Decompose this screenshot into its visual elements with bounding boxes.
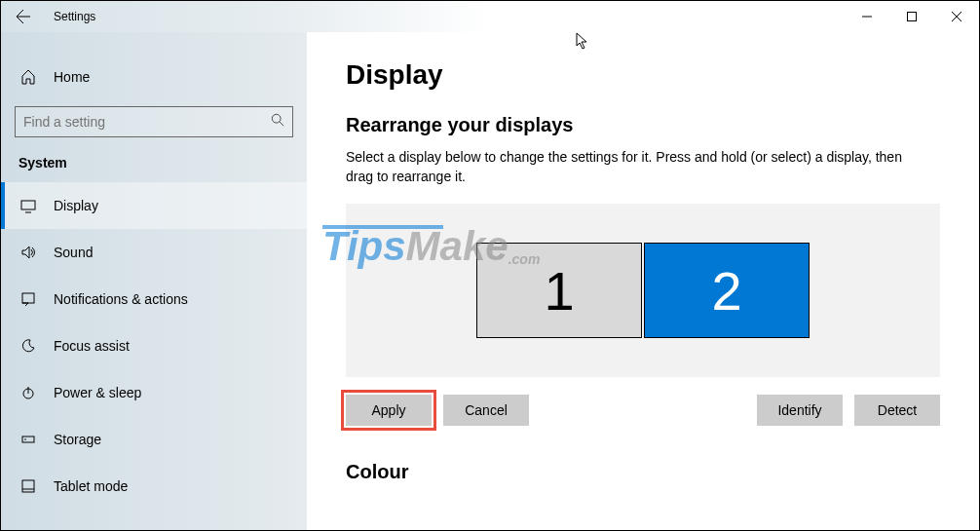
close-icon [952,12,961,21]
detect-button[interactable]: Detect [854,395,940,426]
search-icon [271,113,284,131]
display-arrangement-area[interactable]: 1 2 [346,204,940,377]
svg-rect-3 [22,293,34,303]
section-rearrange-title: Rearrange your displays [346,114,940,136]
notifications-icon [19,291,38,307]
window-title: Settings [54,10,95,23]
maximize-button[interactable] [889,1,934,32]
search-box[interactable] [15,106,293,137]
sidebar-item-storage[interactable]: Storage [1,416,307,463]
cancel-button[interactable]: Cancel [443,395,529,426]
svg-point-6 [24,438,26,440]
minimize-icon [862,12,872,21]
display-monitor-2[interactable]: 2 [644,243,810,338]
sidebar-item-label: Sound [54,245,93,260]
back-button[interactable] [1,1,46,32]
page-title: Display [346,59,940,91]
svg-rect-2 [21,201,35,209]
sidebar: Home System Display Sound [1,32,307,530]
display-icon [19,198,38,213]
sidebar-item-label: Display [54,198,98,213]
sidebar-item-label: Storage [54,432,101,447]
storage-icon [19,432,38,447]
sidebar-item-label: Focus assist [54,338,130,354]
identify-button[interactable]: Identify [757,395,843,426]
svg-rect-7 [22,480,34,492]
home-icon [19,69,38,85]
apply-button[interactable]: Apply [346,395,432,426]
main-content: Display Rearrange your displays Select a… [307,32,979,530]
sidebar-item-label: Notifications & actions [54,291,188,307]
minimize-button[interactable] [845,1,889,32]
home-link[interactable]: Home [1,56,307,98]
maximize-icon [907,12,917,21]
sidebar-item-sound[interactable]: Sound [1,229,307,276]
close-button[interactable] [934,1,979,32]
power-icon [19,385,38,400]
arrow-left-icon [16,9,31,24]
sidebar-item-label: Power & sleep [54,385,141,400]
svg-rect-5 [22,436,34,442]
display-monitor-1[interactable]: 1 [476,243,642,338]
titlebar: Settings [1,1,979,32]
sidebar-item-power-sleep[interactable]: Power & sleep [1,369,307,416]
sound-icon [19,245,38,260]
sidebar-item-focus-assist[interactable]: Focus assist [1,322,307,369]
search-input[interactable] [23,114,271,130]
home-label: Home [54,69,90,85]
sidebar-item-display[interactable]: Display [1,182,307,229]
moon-icon [19,338,38,354]
section-colour-title: Colour [346,461,940,483]
svg-rect-0 [908,13,917,21]
sidebar-item-tablet-mode[interactable]: Tablet mode [1,463,307,510]
display-buttons-row: Apply Cancel Identify Detect [346,395,940,426]
tablet-icon [19,478,38,494]
category-heading: System [1,137,307,182]
section-rearrange-desc: Select a display below to change the set… [346,148,930,186]
sidebar-item-label: Tablet mode [54,478,128,494]
sidebar-item-notifications[interactable]: Notifications & actions [1,276,307,322]
